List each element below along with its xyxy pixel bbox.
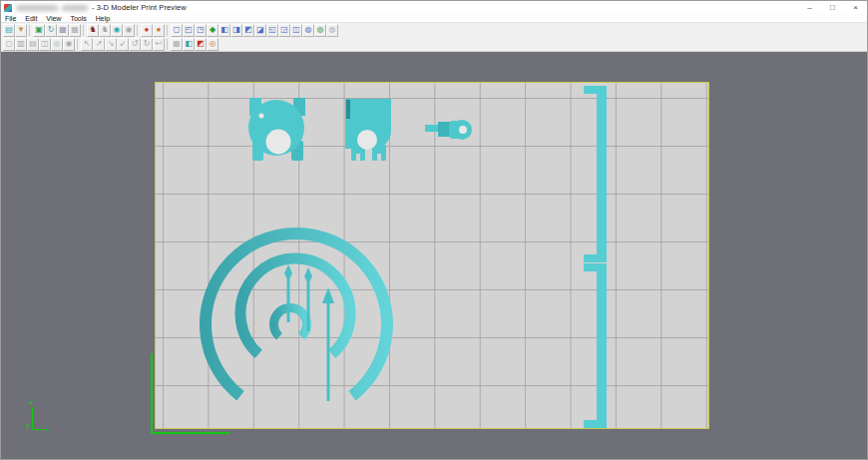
redo-transform-icon: ↻ <box>144 40 151 48</box>
motor-bracket-right[interactable] <box>345 99 391 161</box>
part-properties-icon: ♞ <box>89 26 96 34</box>
view-back-button[interactable]: ◩ <box>242 24 254 37</box>
maximize-button[interactable]: □ <box>821 1 844 14</box>
title-bar: - 3-D Modeler Print Preview – □ × <box>1 1 867 14</box>
print-button: ◻ <box>3 38 15 51</box>
redacted-filename <box>62 5 88 11</box>
copy-image-button: ▥ <box>15 38 27 51</box>
small-hoop[interactable] <box>274 308 307 337</box>
zoom-out-icon: ◉ <box>126 26 133 34</box>
rail-bracket-upper[interactable] <box>584 86 607 262</box>
toolbar-separator <box>75 38 81 51</box>
zoom-previous-icon: ◍ <box>329 26 336 34</box>
snapshot-button: ◉ <box>63 38 75 51</box>
build-region-button[interactable]: ◎ <box>207 38 218 51</box>
fit-to-view-icon: ◆ <box>210 26 216 34</box>
pan-view-button[interactable]: ▦ <box>57 24 69 37</box>
view-sw-iso-icon: ◱ <box>268 26 276 34</box>
view-bottom-icon: ◪ <box>256 26 264 34</box>
window-title: 3-D Modeler Print Preview <box>97 3 187 12</box>
axis-gizmo-z-label: Z <box>26 423 30 429</box>
view-ne-iso-icon: ◫ <box>292 26 300 34</box>
shaded-view-button[interactable]: ▣ <box>33 24 45 37</box>
page-layout-icon: ▤ <box>29 40 37 48</box>
app-icon <box>4 4 12 12</box>
duplicate-part-button: ◫ <box>39 38 51 51</box>
open-model-button[interactable]: ▤ <box>3 24 15 37</box>
build-region-icon: ◎ <box>210 40 217 48</box>
view-ne-iso-button[interactable]: ◫ <box>290 24 302 37</box>
view-iso-icon: ◰ <box>185 26 193 34</box>
view-bottom-button[interactable]: ◪ <box>254 24 266 37</box>
origin-axis-vertical <box>151 353 153 434</box>
view-sw-iso-button[interactable]: ◱ <box>266 24 278 37</box>
pack-parts-button: ▦ <box>171 38 183 51</box>
window-controls: – □ × <box>798 1 867 14</box>
reset-transform-button: ↩ <box>153 38 165 51</box>
pivot-link[interactable] <box>425 120 472 140</box>
model-material-button[interactable]: ◧ <box>183 38 195 51</box>
mirror-part-icon: ↙ <box>120 40 127 48</box>
view-front-icon: ◻ <box>174 26 181 34</box>
orbit-view-button[interactable]: ↻ <box>45 24 57 37</box>
save-scene-button[interactable]: ▼ <box>15 24 27 37</box>
orientation-ball-button[interactable]: ● <box>153 24 165 37</box>
view-se-iso-button[interactable]: ◲ <box>278 24 290 37</box>
motor-bracket-left[interactable] <box>248 98 305 161</box>
wireframe-view-icon: ▦ <box>71 26 79 34</box>
part-properties-button[interactable]: ♞ <box>87 24 99 37</box>
pin-short-left[interactable] <box>284 264 292 322</box>
close-button[interactable]: × <box>844 1 867 14</box>
toolbar-separator <box>165 38 171 51</box>
view-front-button[interactable]: ◻ <box>171 24 183 37</box>
zoom-selection-icon: ◍ <box>317 26 324 34</box>
view-right-button[interactable]: ◨ <box>230 24 242 37</box>
rotate-z-button: ↘ <box>105 38 117 51</box>
menu-edit[interactable]: Edit <box>25 15 37 22</box>
toolbar-separator <box>165 24 171 37</box>
build-plate-canvas[interactable] <box>155 82 709 429</box>
zoom-selection-button[interactable]: ◍ <box>314 24 326 37</box>
support-material-button[interactable]: ◩ <box>195 38 207 51</box>
zoom-out-button: ◉ <box>123 24 135 37</box>
rail-bracket-lower[interactable] <box>584 263 607 428</box>
undo-transform-icon: ↺ <box>132 40 139 48</box>
mirror-part-button: ↙ <box>117 38 129 51</box>
zoom-extents-icon: ◍ <box>305 26 312 34</box>
fit-to-view-button[interactable]: ◆ <box>207 24 218 37</box>
model-material-icon: ◧ <box>185 40 193 48</box>
redacted-filename <box>16 5 58 11</box>
view-left-button[interactable]: ◧ <box>218 24 230 37</box>
minimize-button[interactable]: – <box>798 1 821 14</box>
refresh-scene-icon: ◎ <box>54 40 61 48</box>
menu-view[interactable]: View <box>46 15 61 22</box>
rotate-y-icon: ↗ <box>96 40 103 48</box>
menu-help[interactable]: Help <box>96 15 110 22</box>
view-top-button[interactable]: ◳ <box>195 24 207 37</box>
pack-parts-icon: ▦ <box>173 40 181 48</box>
viewport-background: Y Z <box>1 52 867 459</box>
menu-tools[interactable]: Tools <box>70 15 86 22</box>
app-window: - 3-D Modeler Print Preview – □ × File E… <box>0 0 868 460</box>
pin-long[interactable] <box>322 287 334 401</box>
rotate-z-icon: ↘ <box>108 40 115 48</box>
menu-file[interactable]: File <box>5 15 16 22</box>
pan-view-icon: ▦ <box>59 26 67 34</box>
orientation-ball-icon: ● <box>157 26 162 34</box>
view-iso-button[interactable]: ◰ <box>183 24 195 37</box>
snapshot-icon: ◉ <box>66 40 73 48</box>
orbit-view-icon: ↻ <box>48 26 55 34</box>
view-top-icon: ◳ <box>197 26 205 34</box>
redo-transform-button: ↻ <box>141 38 153 51</box>
duplicate-part-icon: ◫ <box>41 40 49 48</box>
zoom-in-icon: ◉ <box>114 26 121 34</box>
zoom-in-button[interactable]: ◉ <box>111 24 123 37</box>
wireframe-view-button: ▦ <box>69 24 81 37</box>
shaded-view-icon: ▣ <box>35 26 43 34</box>
toolbar-separator <box>135 24 141 37</box>
support-material-icon: ◩ <box>197 40 205 48</box>
save-scene-icon: ▼ <box>17 26 25 34</box>
toolbar-row-1: ▤▼▣↻▦▦♞♞◉◉●●◻◰◳◆◧◨◩◪◱◲◫◍◍◍ <box>1 23 867 37</box>
zoom-extents-button[interactable]: ◍ <box>302 24 314 37</box>
render-material-button[interactable]: ● <box>141 24 153 37</box>
